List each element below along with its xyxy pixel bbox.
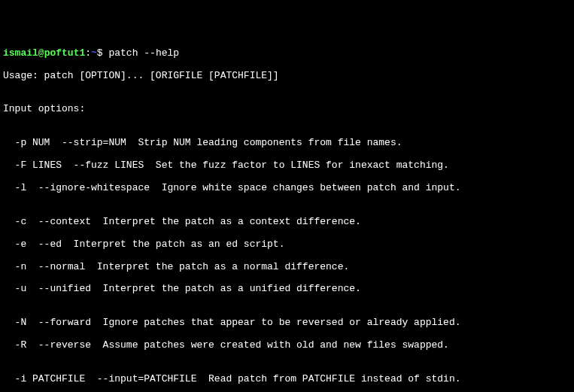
option-line: -c --context Interpret the patch as a co…: [3, 217, 571, 228]
command-text: patch --help: [108, 47, 179, 59]
terminal[interactable]: ismail@poftut1:~$ patch --help Usage: pa…: [3, 48, 571, 392]
option-line: -N --forward Ignore patches that appear …: [3, 318, 571, 329]
prompt-line: ismail@poftut1:~$ patch --help: [3, 48, 571, 59]
option-line: -l --ignore-whitespace Ignore white spac…: [3, 183, 571, 194]
option-line: -i PATCHFILE --input=PATCHFILE Read patc…: [3, 374, 571, 385]
prompt-path: ~: [91, 47, 97, 59]
prompt-host: poftut1: [44, 47, 86, 59]
prompt-dollar: $: [97, 47, 109, 59]
option-line: -p NUM --strip=NUM Strip NUM leading com…: [3, 138, 571, 149]
option-line: -R --reverse Assume patches were created…: [3, 340, 571, 351]
option-line: -F LINES --fuzz LINES Set the fuzz facto…: [3, 160, 571, 172]
prompt-user: ismail: [3, 47, 38, 59]
option-line: -u --unified Interpret the patch as a un…: [3, 284, 571, 295]
input-options-header: Input options:: [3, 104, 571, 115]
usage-line: Usage: patch [OPTION]... [ORIGFILE [PATC…: [3, 71, 571, 82]
option-line: -n --normal Interpret the patch as a nor…: [3, 262, 571, 273]
prompt-colon: :: [85, 47, 91, 59]
prompt-at: @: [38, 47, 44, 59]
option-line: -e --ed Interpret the patch as an ed scr…: [3, 239, 571, 251]
